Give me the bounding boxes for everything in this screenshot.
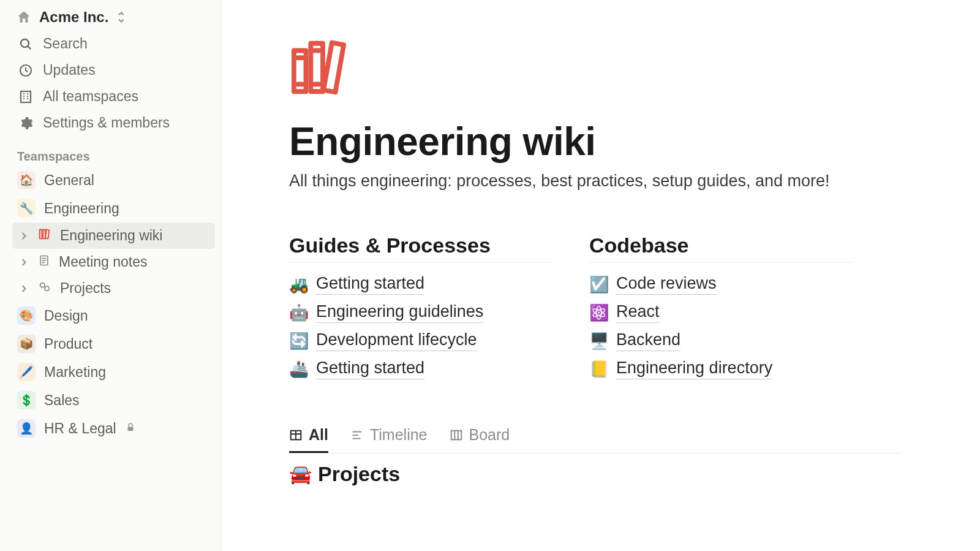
link-emoji-icon: 🚜 [289,275,309,294]
link-label: React [616,302,660,323]
board-icon [450,428,463,442]
link-label: Engineering directory [616,359,772,379]
database-view-tabs: All Timeline Board [289,421,902,454]
view-tab-board[interactable]: Board [450,421,510,453]
sidebar: Acme Inc. Search Updates All teamspaces [0,0,222,551]
link-emoji-icon: 📒 [589,360,609,379]
workspace-switcher[interactable]: Acme Inc. [12,4,215,31]
link-label: Backend [616,330,680,351]
building-icon [17,89,34,104]
link-label: Getting started [316,359,424,379]
nav-updates-label: Updates [43,62,96,78]
page-link[interactable]: 🚢 Getting started [289,359,552,379]
teamspace-engineering[interactable]: 🔧 Engineering [12,194,215,222]
view-tab-all[interactable]: All [289,421,328,453]
link-label: Engineering guidelines [316,302,483,323]
column-guides: Guides & Processes 🚜 Getting started 🤖 E… [289,234,552,379]
sidebar-page-label: Projects [60,280,111,297]
chevron-right-icon[interactable] [18,259,29,266]
sidebar-section-teamspaces: Teamspaces [12,136,215,166]
svg-rect-12 [323,43,344,93]
nav-all-teamspaces-label: All teamspaces [43,88,138,105]
home-icon [16,9,32,25]
nav-search[interactable]: Search [12,31,215,57]
column-codebase: Codebase ☑️ Code reviews ⚛️ React 🖥️ Bac… [589,234,853,379]
document-icon [38,254,50,270]
column-heading[interactable]: Guides & Processes [289,234,552,263]
svg-point-8 [45,286,49,291]
teamspace-general-icon: 🏠 [17,171,36,189]
sidebar-page-label: Meeting notes [59,254,147,270]
svg-rect-23 [451,430,461,439]
teamspace-general[interactable]: 🏠 General [12,166,215,194]
nav-settings-label: Settings & members [43,115,170,131]
teamspace-product-icon: 📦 [17,335,36,353]
sidebar-page-projects[interactable]: Projects [12,275,215,302]
page-link[interactable]: 🖥️ Backend [589,330,853,351]
teamspace-general-label: General [44,172,94,189]
database-title[interactable]: 🚘 Projects [289,462,980,486]
table-icon [289,428,303,442]
svg-rect-4 [40,230,42,239]
workspace-name: Acme Inc. [39,9,108,26]
nav-all-teamspaces[interactable]: All teamspaces [12,83,215,110]
page-link[interactable]: 🔄 Development lifecycle [289,330,552,351]
chevron-right-icon[interactable] [18,285,29,292]
clock-icon [17,63,34,78]
teamspace-hr-legal-label: HR & Legal [44,420,116,437]
teamspace-sales-label: Sales [44,392,80,409]
content-columns: Guides & Processes 🚜 Getting started 🤖 E… [289,234,980,379]
chevron-updown-icon [117,11,126,23]
teamspace-marketing-icon: 🖊️ [17,363,36,381]
svg-line-1 [28,46,31,49]
teamspace-hr-legal-icon: 👤 [17,419,36,438]
page-subtitle[interactable]: All things engineering: processes, best … [289,172,980,191]
database-title-icon: 🚘 [289,463,312,485]
svg-rect-9 [127,427,133,431]
teamspace-marketing-label: Marketing [44,364,106,381]
page-link[interactable]: 🚜 Getting started [289,274,552,295]
view-tab-label: Board [469,426,510,444]
search-icon [17,37,34,51]
page-link[interactable]: 📒 Engineering directory [589,359,853,379]
page-link[interactable]: 🤖 Engineering guidelines [289,302,552,323]
svg-point-7 [40,283,45,287]
teamspace-design[interactable]: 🎨 Design [12,302,215,330]
link-emoji-icon: 🔄 [289,332,309,351]
sidebar-page-label: Engineering wiki [60,227,162,244]
gears-icon [38,280,51,297]
teamspace-product[interactable]: 📦 Product [12,330,215,358]
page-title[interactable]: Engineering wiki [289,119,980,164]
sidebar-page-meeting-notes[interactable]: Meeting notes [12,249,215,275]
teamspace-design-icon: 🎨 [17,306,36,325]
view-tab-timeline[interactable]: Timeline [350,421,428,453]
nav-settings[interactable]: Settings & members [12,110,215,136]
teamspace-sales[interactable]: 💲 Sales [12,386,215,414]
link-emoji-icon: ☑️ [589,275,609,294]
sidebar-page-engineering-wiki[interactable]: Engineering wiki [12,222,215,249]
view-tab-label: Timeline [370,426,428,444]
column-heading[interactable]: Codebase [589,234,853,263]
nav-updates[interactable]: Updates [12,57,215,83]
teamspace-product-label: Product [44,336,92,352]
lock-icon [125,422,136,436]
link-emoji-icon: 🖥️ [589,332,609,351]
timeline-icon [350,428,364,442]
page-link[interactable]: ☑️ Code reviews [589,274,853,295]
link-label: Code reviews [616,274,717,295]
main-content: Engineering wiki All things engineering:… [222,0,980,551]
link-label: Development lifecycle [316,330,477,351]
page-hero-icon[interactable] [289,37,980,101]
teamspace-engineering-label: Engineering [44,200,119,217]
teamspace-engineering-icon: 🔧 [17,199,36,218]
teamspace-sales-icon: 💲 [17,391,36,409]
svg-rect-3 [21,91,31,102]
books-icon [38,227,51,244]
teamspace-hr-legal[interactable]: 👤 HR & Legal [12,414,215,443]
page-link[interactable]: ⚛️ React [589,302,853,323]
teamspace-marketing[interactable]: 🖊️ Marketing [12,358,215,386]
chevron-right-icon[interactable] [18,232,29,240]
gear-icon [17,116,34,131]
link-emoji-icon: 🚢 [289,360,309,379]
link-emoji-icon: 🤖 [289,303,309,322]
